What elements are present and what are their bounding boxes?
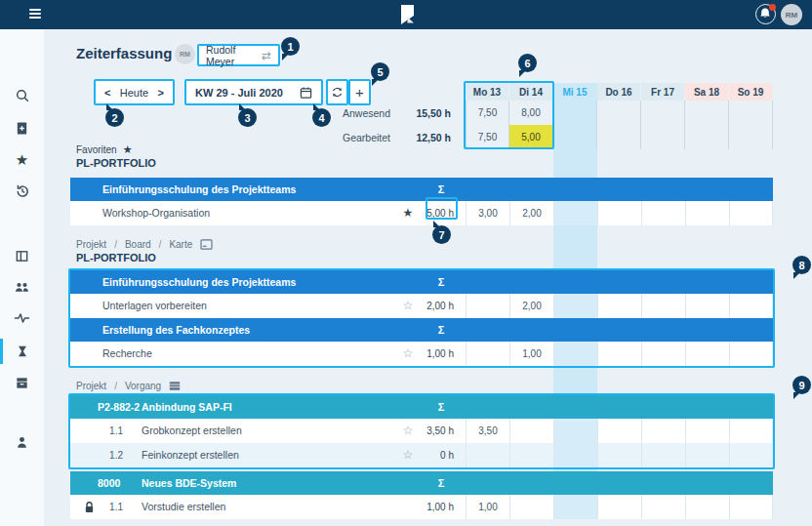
sidebar-item-activity[interactable] — [0, 305, 44, 331]
task-name[interactable]: Vorstudie erstellen — [142, 495, 225, 519]
card-icon — [200, 239, 213, 250]
time-cell-today[interactable] — [553, 294, 597, 318]
callout-badge-3: 3 — [238, 108, 257, 127]
time-cell[interactable] — [729, 495, 773, 519]
search-icon — [15, 88, 30, 103]
time-cell[interactable] — [466, 443, 509, 467]
task-row: Recherche ☆ 1,00 h 1,00 — [70, 342, 773, 366]
vorgang-table: P2-882-2 Anbindung SAP-FI Σ 1.1 Grobkonz… — [70, 395, 773, 467]
menu-icon[interactable] — [29, 9, 41, 20]
time-cell[interactable]: 2,00 — [509, 201, 553, 225]
time-cell[interactable] — [597, 443, 641, 467]
summary-cell — [641, 125, 685, 149]
sidebar-item-search[interactable] — [0, 83, 44, 108]
topbar-avatar[interactable]: RM — [781, 4, 802, 25]
prev-week-button[interactable]: < — [104, 87, 110, 99]
callout-badge-9: 9 — [792, 376, 811, 394]
sidebar-item-board[interactable] — [0, 243, 44, 268]
time-cell-today[interactable] — [553, 342, 597, 366]
time-cell[interactable] — [597, 294, 641, 318]
time-cell-today[interactable] — [553, 443, 597, 467]
time-cell[interactable] — [685, 294, 729, 318]
summary-label-gearbeitet: Gearbeitet — [320, 132, 390, 143]
time-cell[interactable] — [509, 443, 553, 467]
time-cell[interactable] — [509, 419, 553, 443]
swap-user-icon[interactable]: ⇄ — [262, 49, 271, 62]
group-header[interactable]: Erstellung des Fachkonzeptes Σ — [70, 318, 773, 342]
time-cell[interactable] — [729, 342, 773, 366]
summary-cell-highlighted: 5,00 — [509, 125, 553, 149]
group-header[interactable]: Einführungsschulung des Projektteams Σ — [70, 178, 773, 201]
task-sum: 2,00 h — [414, 294, 454, 318]
board-icon — [15, 249, 29, 263]
task-name[interactable]: Grobkonzept erstellen — [142, 419, 242, 443]
day-cells: 1,00 — [466, 495, 773, 519]
refresh-icon — [331, 86, 344, 99]
time-cell-today[interactable] — [553, 201, 597, 225]
task-row: 1.2 Feinkonzept erstellen ☆ 0 h — [70, 443, 773, 467]
sidebar-item-add-note[interactable] — [0, 115, 44, 141]
callout-badge-4: 4 — [312, 108, 331, 127]
breadcrumb-item[interactable]: Projekt — [76, 239, 106, 250]
time-cell[interactable]: 1,00 — [466, 495, 509, 519]
sidebar-item-archive[interactable] — [0, 370, 44, 395]
time-cell[interactable] — [641, 443, 685, 467]
sidebar-item-profile[interactable] — [0, 429, 44, 455]
time-cell[interactable]: 3,00 — [466, 201, 509, 225]
time-cell[interactable] — [685, 201, 729, 225]
time-cell-today[interactable] — [553, 419, 597, 443]
breadcrumb-item[interactable]: Projekt — [76, 381, 106, 391]
hourglass-icon — [16, 344, 29, 359]
time-cell[interactable] — [597, 419, 641, 443]
time-cell[interactable] — [466, 294, 509, 318]
task-number: 1.1 — [105, 495, 123, 519]
group-header[interactable]: P2-882-2 Anbindung SAP-FI Σ — [70, 395, 773, 419]
time-cell[interactable] — [729, 419, 773, 443]
sidebar-item-favorites[interactable]: ★ — [0, 147, 44, 173]
task-name[interactable]: Unterlagen vorbereiten — [102, 294, 207, 318]
task-name[interactable]: Recherche — [102, 342, 152, 366]
time-cell[interactable] — [729, 443, 773, 467]
sidebar-item-history[interactable] — [0, 179, 44, 204]
sidebar-item-time-tracking[interactable] — [0, 339, 44, 364]
time-cell[interactable] — [685, 495, 729, 519]
sidebar-item-team[interactable] — [0, 274, 44, 300]
task-number: 1.2 — [105, 443, 123, 467]
time-cell[interactable] — [685, 419, 729, 443]
add-entry-button[interactable]: + — [348, 79, 371, 105]
user-switcher[interactable]: Rudolf Meyer ⇄ — [197, 44, 280, 66]
breadcrumb-item[interactable]: Karte — [169, 239, 192, 250]
time-cell[interactable] — [641, 419, 685, 443]
next-week-button[interactable]: > — [158, 87, 164, 99]
refresh-button[interactable] — [326, 79, 348, 105]
time-cell[interactable]: 1,00 — [509, 342, 553, 366]
group-title: Neues BDE-System — [142, 477, 236, 489]
task-name[interactable]: Workshop-Organisation — [102, 201, 210, 225]
time-cell[interactable] — [641, 342, 685, 366]
breadcrumb-item[interactable]: Vorgang — [125, 381, 161, 391]
time-cell[interactable] — [509, 495, 553, 519]
group-header[interactable]: 8000 Neues BDE-System Σ — [70, 471, 773, 495]
week-picker[interactable]: KW 29 - Juli 2020 — [184, 79, 323, 105]
time-cell[interactable] — [597, 342, 641, 366]
today-button[interactable]: Heute — [120, 87, 148, 99]
time-cell[interactable] — [641, 294, 685, 318]
group-title: Erstellung des Fachkonzeptes — [102, 324, 250, 336]
time-cell[interactable] — [641, 495, 685, 519]
sum-sigma-icon: Σ — [414, 183, 468, 195]
time-cell[interactable] — [597, 495, 641, 519]
time-cell[interactable] — [729, 201, 773, 225]
time-cell[interactable] — [641, 201, 685, 225]
time-cell[interactable] — [597, 201, 641, 225]
time-cell[interactable] — [685, 443, 729, 467]
group-header[interactable]: Einführungsschulung des Projektteams Σ — [70, 270, 773, 294]
time-cell-today[interactable] — [553, 495, 597, 519]
time-cell[interactable]: 2,00 — [509, 294, 553, 318]
time-cell[interactable] — [729, 294, 773, 318]
time-cell[interactable] — [466, 342, 509, 366]
time-cell[interactable]: 3,50 — [466, 419, 509, 443]
time-cell[interactable] — [685, 342, 729, 366]
task-name[interactable]: Feinkonzept erstellen — [142, 443, 239, 467]
breadcrumb-item[interactable]: Board — [125, 239, 151, 250]
notifications-bell-icon[interactable] — [755, 4, 776, 24]
